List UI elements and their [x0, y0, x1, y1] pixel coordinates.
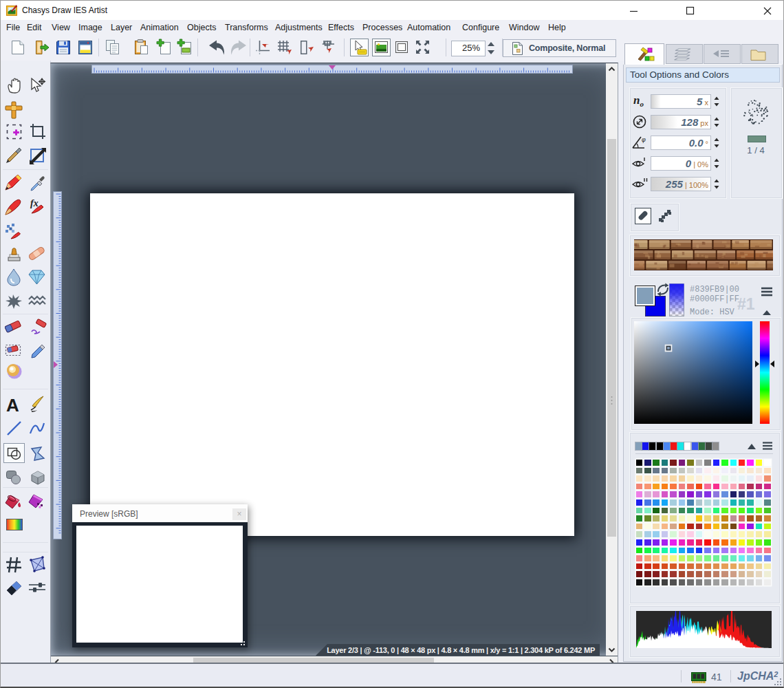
svg-text:φ: φ — [642, 136, 646, 143]
svg-text:fx: fx — [30, 198, 39, 208]
svg-text:A: A — [6, 395, 19, 416]
